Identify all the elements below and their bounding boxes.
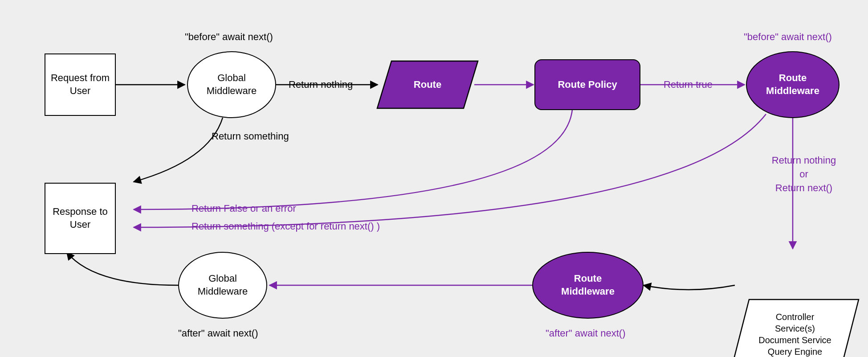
label-return-something-except: Return something (except for return next… <box>192 221 380 232</box>
label-after-await-left: "after" await next() <box>178 328 258 339</box>
node-controller: ControllerService(s)Document ServiceQuer… <box>730 299 860 357</box>
node-global-mw-top-label: GlobalMiddleware <box>207 72 257 97</box>
label-return-nothing-or-next: Return nothingorReturn next() <box>762 154 846 195</box>
node-response-label: Response toUser <box>53 205 108 231</box>
label-return-something: Return something <box>212 131 289 142</box>
node-route-policy-label: Route Policy <box>558 78 617 91</box>
node-route-mw-bottom: RouteMiddleware <box>532 252 644 319</box>
node-response: Response toUser <box>45 183 116 254</box>
node-request: Request fromUser <box>45 53 116 116</box>
node-route-label: Route <box>414 78 441 91</box>
node-global-mw-bottom-label: GlobalMiddleware <box>198 272 248 298</box>
label-return-true: Return true <box>664 79 713 90</box>
node-route-mw-top-label: RouteMiddleware <box>766 72 819 97</box>
label-return-false: Return False or an error <box>192 203 296 214</box>
node-route: Route <box>376 60 479 109</box>
label-after-await-right: "after" await next() <box>546 328 625 339</box>
node-controller-label: ControllerService(s)Document ServiceQuer… <box>758 311 831 357</box>
node-route-policy: Route Policy <box>534 59 640 110</box>
node-route-mw-bottom-label: RouteMiddleware <box>561 272 615 298</box>
node-request-label: Request fromUser <box>51 72 110 97</box>
label-return-nothing: Return nothing <box>289 79 353 90</box>
label-before-await-top-right: "before" await next() <box>744 31 832 43</box>
label-before-await-top: "before" await next() <box>185 31 273 43</box>
node-route-mw-top: RouteMiddleware <box>746 51 839 118</box>
node-global-mw-bottom: GlobalMiddleware <box>178 252 267 319</box>
node-global-mw-top: GlobalMiddleware <box>187 51 276 118</box>
